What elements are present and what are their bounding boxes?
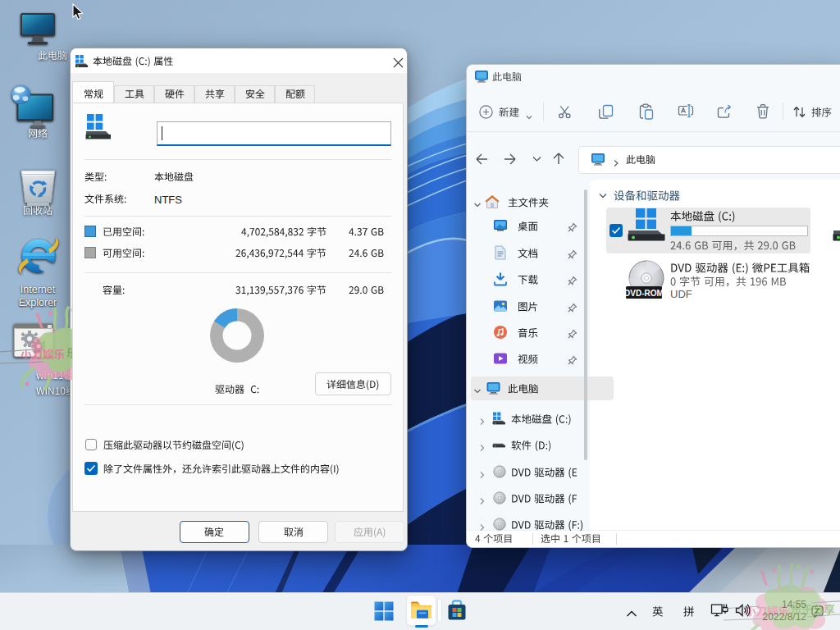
svg-text:DVD-ROM: DVD-ROM — [626, 289, 664, 298]
